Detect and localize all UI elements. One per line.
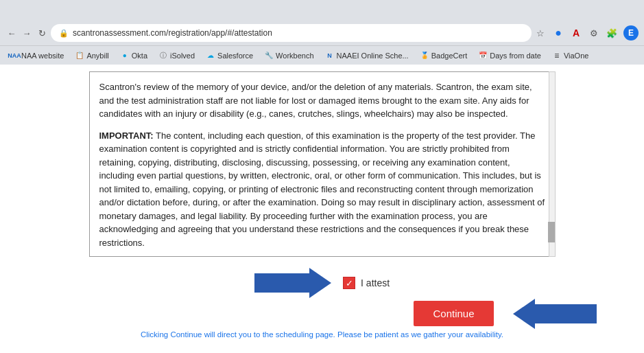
anybill-icon: 📋 xyxy=(75,51,84,60)
bookmark-naa[interactable]: NAA NAA website xyxy=(5,49,68,62)
bookmark-viaone-label: ViaOne xyxy=(564,52,589,60)
bottom-note: Clicking Continue will direct you to the… xyxy=(141,330,503,339)
bookmark-workbench-label: Workbench xyxy=(276,52,313,60)
continue-arrow xyxy=(513,299,597,329)
bookmark-days-label: Days from date xyxy=(490,52,541,60)
back-button[interactable]: ← xyxy=(5,27,18,39)
text-box-container: Scantron's review of the memory of your … xyxy=(89,71,556,257)
browser-chrome: ← → ↻ 🔒 scantronassessment.com/registrat… xyxy=(0,0,644,65)
page-content: Scantron's review of the memory of your … xyxy=(0,65,644,353)
refresh-button[interactable]: ↻ xyxy=(36,27,48,39)
workbench-icon: 🔧 xyxy=(264,51,274,60)
bookmark-days[interactable]: 📅 Days from date xyxy=(474,49,545,62)
scrollbar-thumb[interactable] xyxy=(548,222,555,242)
continue-arrow-body xyxy=(535,304,597,323)
bookmarks-bar: NAA NAA website 📋 Anybill ● Okta ⓘ iSolv… xyxy=(0,45,644,65)
attest-label-text: I attest xyxy=(361,277,390,288)
paragraph-2-text: The content, including each question, of… xyxy=(99,130,545,248)
browser-toolbar: ☆ ● A ⚙ 🧩 E xyxy=(534,25,639,41)
scrollbar-track[interactable] xyxy=(549,71,556,257)
bookmark-salesforce[interactable]: ☁ Salesforce xyxy=(202,49,257,62)
naa-icon: NAA xyxy=(10,51,19,60)
naaei-icon: N xyxy=(325,51,335,60)
profile-avatar[interactable]: E xyxy=(623,25,639,41)
attestation-text-box[interactable]: Scantron's review of the memory of your … xyxy=(89,71,556,257)
bookmark-naa-label: NAA website xyxy=(21,52,64,60)
attest-section: ✓ I attest xyxy=(55,268,590,298)
attest-checkbox[interactable]: ✓ xyxy=(343,277,355,289)
acrobat-icon[interactable]: A xyxy=(570,27,582,39)
address-bar[interactable]: 🔒 scantronassessment.com/registration/ap… xyxy=(51,24,532,42)
bookmark-naaei[interactable]: N NAAEI Online Sche... xyxy=(321,49,413,62)
okta-icon: ● xyxy=(120,51,130,60)
bookmark-badgecert[interactable]: 🏅 BadgeCert xyxy=(416,49,472,62)
salesforce-icon: ☁ xyxy=(206,51,215,60)
circle-icon[interactable]: ● xyxy=(552,27,564,39)
important-label: IMPORTANT: xyxy=(99,130,154,141)
bookmark-anybill[interactable]: 📋 Anybill xyxy=(71,49,112,62)
address-text: scantronassessment.com/registration/app/… xyxy=(73,28,272,38)
settings-icon[interactable]: ⚙ xyxy=(588,27,600,39)
bookmark-okta-label: Okta xyxy=(132,52,147,60)
paragraph-1: Scantron's review of the memory of your … xyxy=(99,80,545,121)
bookmark-viaone[interactable]: ≡ ViaOne xyxy=(548,49,593,62)
address-bar-row: ← → ↻ 🔒 scantronassessment.com/registrat… xyxy=(0,21,644,45)
star-icon[interactable]: ☆ xyxy=(534,27,547,39)
bookmark-anybill-label: Anybill xyxy=(86,52,108,60)
paragraph-2: IMPORTANT: The content, including each q… xyxy=(99,129,545,250)
days-icon: 📅 xyxy=(478,51,488,60)
continue-arrow-head xyxy=(513,299,535,329)
attest-arrow xyxy=(254,268,331,298)
puzzle-icon[interactable]: 🧩 xyxy=(606,27,618,39)
bookmark-workbench[interactable]: 🔧 Workbench xyxy=(260,49,318,62)
forward-button[interactable]: → xyxy=(21,27,33,39)
badgecert-icon: 🏅 xyxy=(420,51,429,60)
viaone-icon: ≡ xyxy=(552,51,562,60)
bookmark-isolved-label: iSolved xyxy=(170,52,195,60)
continue-button[interactable]: Continue xyxy=(414,301,493,326)
isolved-icon: ⓘ xyxy=(158,51,168,60)
continue-section: Continue xyxy=(55,301,590,326)
arrow-head xyxy=(309,268,331,298)
arrow-body xyxy=(254,273,309,293)
bookmark-isolved[interactable]: ⓘ iSolved xyxy=(154,49,199,62)
bookmark-okta[interactable]: ● Okta xyxy=(116,49,152,62)
bookmark-badgecert-label: BadgeCert xyxy=(431,52,468,60)
title-bar xyxy=(0,0,644,21)
bookmark-salesforce-label: Salesforce xyxy=(217,52,253,60)
outer-wrapper: Scantron's review of the memory of your … xyxy=(55,71,590,339)
attest-checkbox-label[interactable]: ✓ I attest xyxy=(343,277,390,289)
lock-icon: 🔒 xyxy=(59,29,69,38)
bookmark-naaei-label: NAAEI Online Sche... xyxy=(337,52,409,60)
